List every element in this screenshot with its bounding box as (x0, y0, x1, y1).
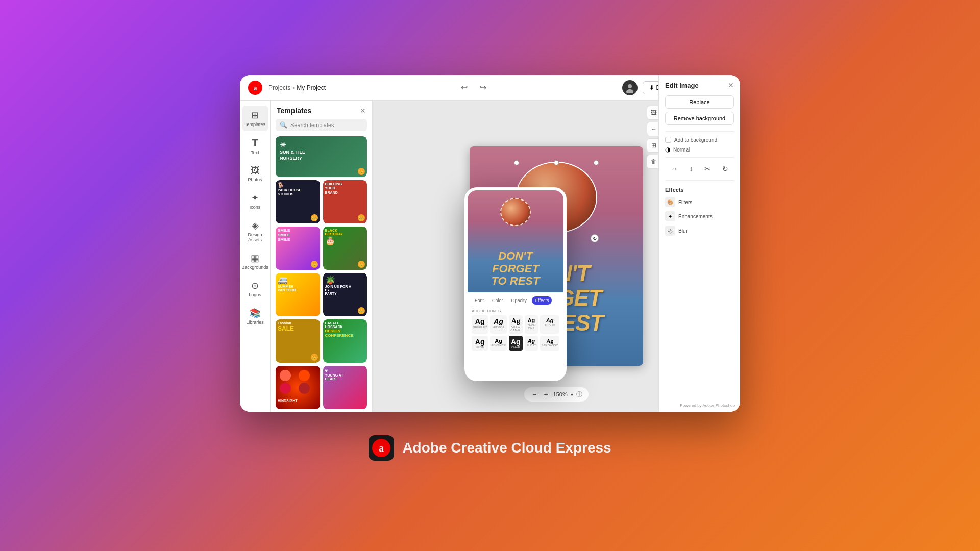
rotate-handle[interactable]: ↻ (591, 234, 599, 242)
template-card-8[interactable]: Fashion SALE 👑 (276, 319, 320, 363)
zoom-dropdown-icon[interactable]: ▾ (571, 392, 573, 397)
template-card-6[interactable]: 🚐 SUMMER VAN TOUR (276, 273, 320, 316)
search-input[interactable] (290, 122, 363, 128)
font-item-8[interactable]: Ag CHAR (509, 336, 523, 351)
templates-search-box[interactable]: 🔍 (276, 119, 367, 131)
crop-button[interactable]: ✂ (702, 163, 713, 175)
premium-crown-icon: 👑 (358, 168, 365, 175)
search-icon: 🔍 (280, 121, 287, 129)
tab-effects[interactable]: Effects (532, 296, 552, 305)
libraries-icon: 📚 (250, 308, 261, 319)
template-card-5[interactable]: BLACK BIRTHDAY 🎂 👑 (323, 227, 368, 270)
template-card-7[interactable]: 🪴 JOIN US FOR A P● PARTY 👑 (323, 273, 368, 316)
font-name-7: ADVANCE (491, 344, 506, 347)
tab-opacity[interactable]: Opacity (508, 296, 530, 305)
font-name-9: FLOAT (527, 344, 536, 347)
breadcrumb-project[interactable]: My Project (297, 84, 326, 91)
font-item-2[interactable]: Ag HITMOA (490, 315, 507, 334)
brand-name: Adobe Creative Cloud Express (402, 440, 611, 456)
font-item-7[interactable]: Ag ADVANCE (490, 336, 507, 351)
mobile-bottom: Font Color Opacity Effects ADOBE FONTS A… (468, 292, 564, 355)
font-preview-4: Ag (528, 317, 535, 323)
breadcrumb-projects[interactable]: Projects (268, 84, 290, 91)
edit-divider-2 (665, 157, 734, 158)
photos-icon: 🖼 (251, 165, 260, 176)
enhancements-label: Enhancements (678, 214, 713, 219)
zoom-controls: − + 150% ▾ ⓘ (524, 387, 589, 402)
sidebar-text-label: Text (251, 150, 259, 155)
sidebar-item-logos[interactable]: ⊙ Logos (242, 276, 268, 302)
zoom-out-button[interactable]: − (530, 389, 538, 399)
blur-row[interactable]: ◎ Blur (665, 223, 734, 238)
font-name-8: CHAR (511, 346, 520, 349)
templates-grid: ☀ SUN & TILE NURSERY 👑 🐕 PACK (271, 136, 372, 412)
zoom-in-button[interactable]: + (542, 389, 550, 399)
template-card-1[interactable]: ☀ SUN & TILE NURSERY 👑 (276, 136, 367, 177)
sidebar-item-backgrounds[interactable]: ▦ Backgrounds (242, 248, 268, 274)
font-item-6[interactable]: Ag NEON (472, 336, 488, 351)
templates-title: Templates (277, 107, 311, 115)
font-preview-1: Ag (475, 317, 485, 325)
font-name-4: YEAR ONE (526, 323, 537, 330)
breadcrumb-separator: › (292, 84, 295, 91)
font-preview-2: Ag (494, 317, 503, 325)
effects-title: Effects (665, 187, 734, 193)
download-icon: ⬇ (649, 84, 654, 91)
premium-crown-icon: 👑 (358, 261, 365, 268)
flip-h-button[interactable]: ↔ (669, 163, 680, 175)
font-item-10[interactable]: Ag SARGASSO (540, 336, 559, 351)
resize-handle-tl[interactable] (514, 160, 519, 165)
sidebar-icons: ⊞ Templates T Text 🖼 Photos ✦ Icons ◈ (240, 101, 271, 412)
tab-color[interactable]: Color (489, 296, 506, 305)
svg-point-3 (626, 89, 633, 93)
design-assets-icon: ◈ (252, 220, 259, 231)
font-preview-7: Ag (495, 338, 502, 344)
redo-button[interactable]: ↪ (476, 81, 491, 94)
templates-panel: Templates ✕ 🔍 ☀ SUN & TILE NURSE (271, 101, 373, 412)
font-item-1[interactable]: Ag GREELEY (472, 315, 488, 334)
font-item-9[interactable]: Ag FLOAT (525, 336, 538, 351)
template-card-3[interactable]: BUILDING YOUR BRAND 👑 (323, 180, 368, 223)
user-avatar[interactable] (622, 80, 638, 95)
sidebar-item-templates[interactable]: ⊞ Templates (242, 106, 268, 131)
mobile-sphere (500, 198, 531, 226)
enhancements-row[interactable]: ✦ Enhancements (665, 209, 734, 223)
premium-crown-icon: 👑 (358, 214, 365, 221)
adobe-fonts-label: ADOBE FONTS (472, 309, 559, 313)
sidebar-item-icons[interactable]: ✦ Icons (242, 188, 268, 214)
add-to-bg-checkbox[interactable] (665, 137, 671, 143)
template-card-2[interactable]: 🐕 PACK HOUSE STUDIOS 👑 (276, 180, 320, 223)
zoom-info-button[interactable]: ⓘ (576, 390, 582, 399)
remove-bg-button[interactable]: Remove background (665, 112, 734, 125)
mobile-tabs: Font Color Opacity Effects (472, 296, 559, 305)
sidebar-item-design-assets[interactable]: ◈ Design Assets (242, 216, 268, 246)
sidebar-item-photos[interactable]: 🖼 Photos (242, 161, 268, 186)
flip-v-button[interactable]: ↕ (688, 163, 695, 175)
template-card-10[interactable]: HINDSIGHT (276, 366, 320, 409)
effects-section: Effects 🎨 Filters ✦ Enhancements ◎ Blur (665, 187, 734, 238)
rotate-btn[interactable]: ↻ (720, 163, 730, 175)
replace-button[interactable]: Replace (665, 101, 734, 109)
tab-font[interactable]: Font (472, 296, 487, 305)
font-item-3[interactable]: Ag VILLA CANAL (509, 315, 523, 334)
filters-row[interactable]: 🎨 Filters (665, 195, 734, 209)
font-item-5[interactable]: Ag TRAITA (540, 315, 559, 334)
template-card-9[interactable]: CASALE HOSSACK DESIGN CONFERENCE (323, 319, 368, 363)
undo-button[interactable]: ↩ (457, 81, 472, 94)
template-card-11[interactable]: ♥ YOUNG AT HEART (323, 366, 368, 409)
sidebar-item-text[interactable]: T Text (242, 133, 268, 159)
panel-collapse-button[interactable]: ‹ (658, 233, 659, 254)
templates-icon: ⊞ (251, 110, 259, 121)
templates-close-button[interactable]: ✕ (360, 107, 366, 115)
font-preview-8: Ag (511, 338, 521, 346)
logos-icon: ⊙ (251, 280, 259, 291)
resize-handle-tr[interactable] (594, 160, 599, 165)
font-preview-5: Ag (546, 317, 554, 323)
sidebar-item-libraries[interactable]: 📚 Libraries (242, 304, 268, 329)
resize-handle-tm[interactable] (554, 160, 559, 165)
font-item-4[interactable]: Ag YEAR ONE (525, 315, 538, 334)
brand-bar: a Adobe Creative Cloud Express (369, 435, 611, 461)
text-icon: T (252, 137, 258, 149)
font-name-3: VILLA CANAL (510, 325, 522, 332)
template-card-4[interactable]: SMILE SMILE SMILE 👑 (276, 227, 320, 270)
